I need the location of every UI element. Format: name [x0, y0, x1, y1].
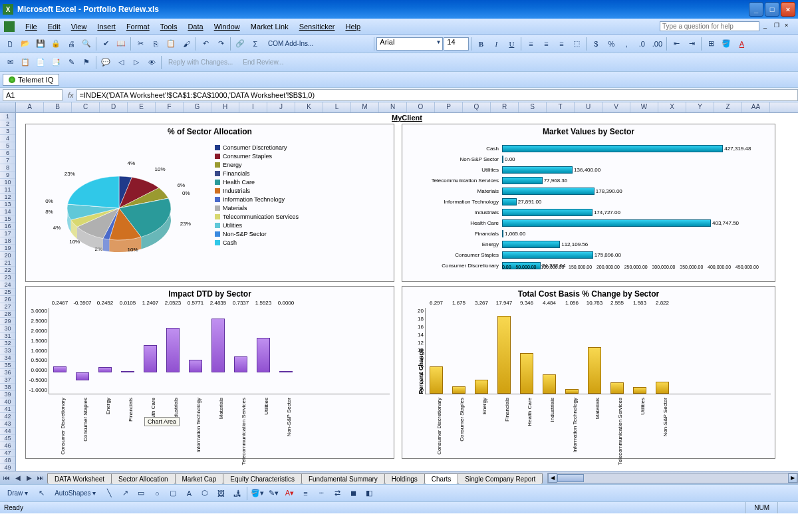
research-icon[interactable]: 📖 [114, 37, 128, 51]
column-header[interactable]: D [100, 102, 128, 112]
doc-close-button[interactable]: × [785, 22, 794, 31]
fill-color-icon[interactable]: 🪣 [719, 37, 733, 51]
review4-icon[interactable]: ✎ [64, 55, 78, 70]
fill-color-icon[interactable]: 🪣▾ [250, 486, 265, 501]
redo-icon[interactable]: ↷ [213, 37, 228, 51]
row-header[interactable]: 2 [0, 120, 15, 128]
row-header[interactable]: 44 [0, 428, 15, 435]
row-header[interactable]: 46 [0, 442, 15, 450]
column-header[interactable]: I [239, 102, 267, 112]
3d-icon[interactable]: ◧ [362, 486, 376, 501]
row-header[interactable]: 5 [0, 142, 15, 150]
align-center-icon[interactable]: ≡ [539, 37, 553, 51]
decrease-indent-icon[interactable]: ⇤ [669, 37, 684, 51]
row-header[interactable]: 35 [0, 362, 15, 369]
column-header[interactable]: J [267, 102, 295, 112]
maximize-button[interactable]: □ [765, 2, 779, 17]
row-header[interactable]: 15 [0, 215, 15, 223]
row-header[interactable]: 10 [0, 179, 15, 186]
column-header[interactable]: E [128, 102, 156, 112]
row-header[interactable]: 30 [0, 325, 15, 332]
column-header[interactable]: T [547, 102, 575, 112]
print-icon[interactable]: 🖨 [64, 37, 78, 51]
menu-file[interactable]: File [20, 21, 43, 32]
column-header[interactable]: Y [686, 102, 714, 112]
oval-icon[interactable]: ○ [150, 486, 164, 501]
column-header[interactable]: W [630, 102, 658, 112]
row-header[interactable]: 24 [0, 281, 15, 289]
column-header[interactable]: C [72, 102, 100, 112]
permission-icon[interactable]: 🔒 [49, 37, 63, 51]
column-header[interactable]: K [295, 102, 323, 112]
cells-area[interactable]: MyClient % of Sector Allocation 4%10%6%0… [16, 113, 798, 471]
autoshapes-menu[interactable]: AutoShapes ▾ [50, 487, 100, 499]
doc-restore-button[interactable]: ❐ [774, 22, 783, 31]
column-header[interactable]: R [491, 102, 519, 112]
com-addins-button[interactable]: COM Add-Ins... [263, 38, 318, 49]
arrow-icon[interactable]: ↗ [118, 486, 132, 501]
row-header[interactable]: 26 [0, 296, 15, 303]
prev-comment-icon[interactable]: ◁ [114, 55, 128, 70]
row-header[interactable]: 31 [0, 332, 15, 340]
autosum-icon[interactable]: Σ [248, 37, 263, 51]
font-color-icon[interactable]: A▾ [282, 486, 297, 501]
arrow-style-icon[interactable]: ⇄ [330, 486, 344, 501]
row-header[interactable]: 45 [0, 435, 15, 442]
column-header[interactable]: N [379, 102, 407, 112]
print-preview-icon[interactable]: 🔍 [79, 37, 94, 51]
align-left-icon[interactable]: ≡ [523, 37, 538, 51]
select-all-corner[interactable] [0, 102, 16, 112]
font-color-icon[interactable]: A [734, 37, 749, 51]
column-header[interactable]: O [407, 102, 435, 112]
column-header[interactable]: X [658, 102, 686, 112]
column-header[interactable]: F [156, 102, 184, 112]
row-header[interactable]: 12 [0, 194, 15, 201]
row-header[interactable]: 29 [0, 318, 15, 325]
row-header[interactable]: 21 [0, 259, 15, 267]
row-header[interactable]: 38 [0, 384, 15, 391]
send-mail-icon[interactable]: ✉ [3, 55, 17, 70]
sheet-tab[interactable]: Market Cap [175, 473, 224, 484]
sheet-tab[interactable]: Charts [424, 473, 458, 484]
row-header[interactable]: 43 [0, 420, 15, 428]
row-header[interactable]: 1 [0, 113, 15, 120]
row-header[interactable]: 11 [0, 186, 15, 194]
increase-decimal-icon[interactable]: .0 [634, 37, 649, 51]
column-header[interactable]: U [575, 102, 602, 112]
doc-minimize-button[interactable]: _ [763, 22, 773, 31]
row-header[interactable]: 47 [0, 450, 15, 457]
row-header[interactable]: 34 [0, 354, 15, 362]
next-comment-icon[interactable]: ▷ [129, 55, 144, 70]
column-header[interactable]: B [44, 102, 72, 112]
currency-icon[interactable]: $ [589, 37, 603, 51]
borders-icon[interactable]: ⊞ [704, 37, 718, 51]
column-header[interactable]: M [351, 102, 379, 112]
row-header[interactable]: 33 [0, 347, 15, 354]
row-header[interactable]: 49 [0, 464, 15, 471]
row-header[interactable]: 42 [0, 413, 15, 420]
menu-view[interactable]: View [66, 21, 92, 32]
row-header[interactable]: 13 [0, 201, 15, 208]
review-icon[interactable]: 📋 [18, 55, 33, 70]
row-header[interactable]: 9 [0, 172, 15, 179]
chart-impact-dtd[interactable]: Impact DTD by Sector 3.00002.50002.00001… [25, 286, 394, 459]
close-button[interactable]: × [781, 2, 795, 17]
end-review-button[interactable]: End Review... [238, 57, 288, 68]
copy-icon[interactable]: ⎘ [148, 37, 163, 51]
row-header[interactable]: 25 [0, 289, 15, 296]
menu-sensiticker[interactable]: Sensiticker [294, 21, 340, 32]
line-icon[interactable]: ╲ [102, 486, 116, 501]
menu-market-link[interactable]: Market Link [245, 21, 294, 32]
cut-icon[interactable]: ✂ [133, 37, 148, 51]
row-header[interactable]: 40 [0, 398, 15, 406]
new-icon[interactable]: 🗋 [3, 37, 17, 51]
format-painter-icon[interactable]: 🖌 [179, 37, 194, 51]
picture-icon[interactable]: 🏞 [229, 486, 244, 501]
row-header[interactable]: 6 [0, 150, 15, 157]
font-name-select[interactable]: Arial▼ [376, 37, 443, 51]
chart-cost-basis[interactable]: Total Cost Basis % Change by Sector Perc… [402, 286, 775, 459]
name-box[interactable]: A1 [3, 89, 63, 101]
row-header[interactable]: 48 [0, 457, 15, 464]
menu-help[interactable]: Help [340, 21, 366, 32]
review3-icon[interactable]: 📑 [49, 55, 63, 70]
